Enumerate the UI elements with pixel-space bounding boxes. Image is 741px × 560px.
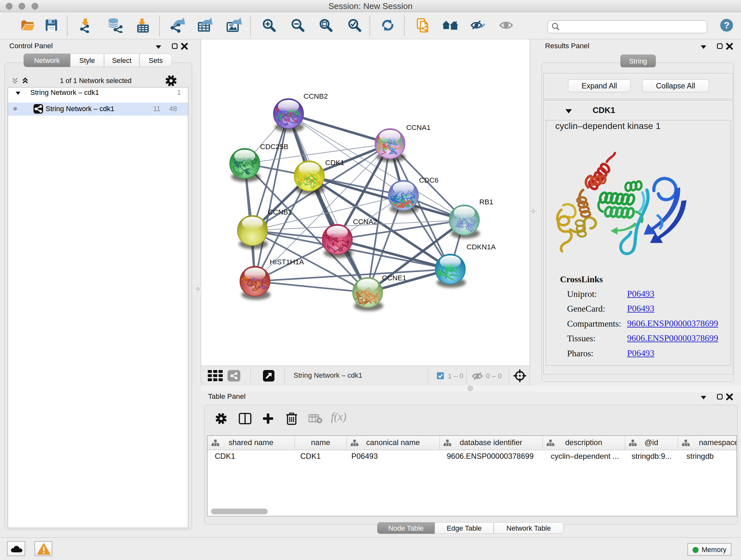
svg-text:CCNE1: CCNE1	[382, 274, 406, 282]
svg-text:CCNA2: CCNA2	[353, 218, 377, 226]
svg-text:CCNB1: CCNB1	[268, 208, 292, 216]
svg-text:CCNA1: CCNA1	[406, 124, 430, 132]
svg-text:CDK1: CDK1	[325, 159, 344, 167]
svg-text:?: ?	[724, 20, 730, 30]
svg-text:CDKN1A: CDKN1A	[467, 243, 495, 251]
svg-text:CDC6: CDC6	[419, 176, 439, 184]
svg-text:RB1: RB1	[479, 198, 493, 206]
svg-text:CDC25B: CDC25B	[260, 143, 288, 151]
svg-text:HIST1H1A: HIST1H1A	[270, 258, 304, 266]
svg-text:CCNB2: CCNB2	[304, 92, 328, 100]
